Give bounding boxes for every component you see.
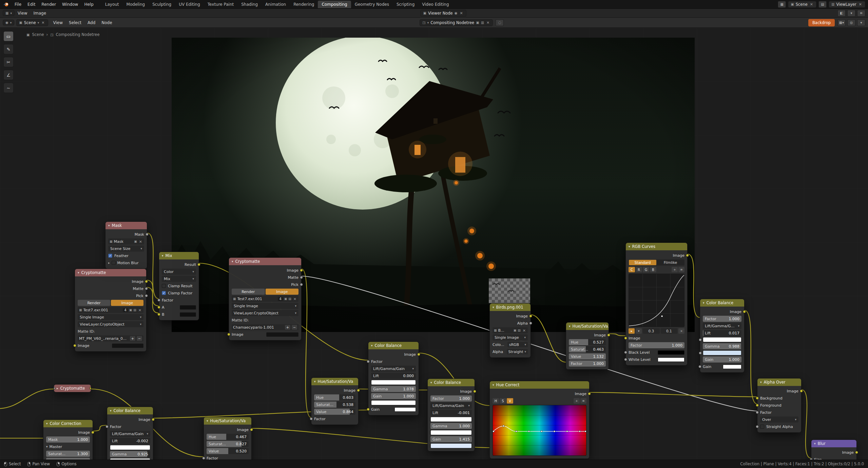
- panel-motion-blur[interactable]: ▸Motion Blur: [108, 260, 144, 266]
- collapse-icon[interactable]: ▾: [314, 380, 316, 383]
- menu-edit[interactable]: Edit: [24, 1, 38, 8]
- slider-gamma[interactable]: Gamma0.988: [703, 343, 741, 349]
- channel-c[interactable]: C: [629, 267, 635, 272]
- backdrop-image-icon[interactable]: ▦▾: [837, 19, 846, 26]
- node-hsv-1[interactable]: ▾Hue/Saturation/Va...ImageHue0.527Satura…: [566, 322, 609, 370]
- scene-browse-icon[interactable]: ▦: [778, 1, 786, 8]
- node-color-balance-right[interactable]: ▾Color BalanceImageFactor1.000Lift/Gamma…: [700, 299, 745, 373]
- color-swatch[interactable]: [180, 305, 196, 310]
- socket-value[interactable]: [624, 358, 627, 361]
- slider-saturat[interactable]: Saturat...0.827: [207, 441, 249, 447]
- node-header-mix[interactable]: ▾Mix: [159, 252, 199, 259]
- dropdown-single-image[interactable]: Single Image▾: [232, 303, 298, 309]
- socket-value[interactable]: [300, 276, 303, 279]
- shield-icon[interactable]: ▣: [514, 329, 517, 332]
- slider-lift[interactable]: Lift0.017: [703, 330, 741, 336]
- dropdown-lift-gamma-gain[interactable]: Lift/Gamma/Gain▾: [371, 366, 416, 372]
- copy-icon[interactable]: ▤: [288, 297, 291, 300]
- node-cryptomatte-3[interactable]: ▸Cryptomatte: [54, 384, 91, 392]
- dropdown-single-image[interactable]: Single Image▾: [493, 334, 528, 340]
- channel-h[interactable]: H: [493, 398, 499, 404]
- close-icon[interactable]: ×: [293, 297, 297, 301]
- tool-select-box[interactable]: ▭: [3, 31, 14, 41]
- slider-lift[interactable]: Lift0.000: [371, 373, 416, 379]
- menu-add[interactable]: Add: [84, 19, 98, 26]
- shield-icon[interactable]: ▣: [129, 308, 132, 312]
- channel-r[interactable]: R: [636, 267, 642, 272]
- node-cryptomatte-2[interactable]: ▾CryptomatteImageMattePickRenderImage▦Te…: [229, 257, 302, 340]
- node-header-cryptomatte-1[interactable]: ▾Cryptomatte: [75, 269, 146, 276]
- socket-image[interactable]: [300, 269, 303, 272]
- menu-image[interactable]: Image: [30, 10, 49, 17]
- breadcrumb-item-scene[interactable]: Scene: [32, 32, 44, 37]
- checkbox-box[interactable]: [760, 425, 764, 429]
- collapse-icon[interactable]: ▾: [207, 419, 208, 423]
- shield-icon[interactable]: ▣: [476, 21, 479, 24]
- color-swatch[interactable]: [430, 443, 472, 448]
- color-swatch[interactable]: [110, 445, 150, 450]
- collapse-icon[interactable]: ▾: [232, 260, 233, 263]
- slider-gain[interactable]: Gain1.415: [430, 436, 472, 442]
- color-swatch[interactable]: [430, 417, 472, 422]
- close-icon[interactable]: ×: [858, 2, 863, 6]
- menu-view[interactable]: View: [15, 10, 30, 17]
- checkbox-box[interactable]: [112, 261, 116, 265]
- socket-image[interactable]: [357, 389, 360, 392]
- menu-help[interactable]: Help: [81, 1, 96, 8]
- color-swatch[interactable]: [723, 365, 741, 369]
- pin-icon[interactable]: ◌: [496, 19, 504, 26]
- fake-user-icon[interactable]: ◉: [455, 11, 458, 15]
- checkbox-feather[interactable]: ✓Feather: [108, 253, 144, 259]
- socket-value[interactable]: [698, 365, 701, 368]
- collapse-icon[interactable]: ▾: [629, 245, 630, 248]
- socket-image[interactable]: [157, 306, 160, 309]
- node-hsv-2[interactable]: ▾Hue/Saturation/VaImageHue0.603Saturat..…: [311, 377, 359, 425]
- node-header-hsv-3[interactable]: ▾Hue/Saturation/Va: [204, 417, 251, 425]
- workspace-tab-compositing[interactable]: Compositing: [318, 1, 351, 8]
- socket-value[interactable]: [756, 425, 759, 428]
- viewer-datablock[interactable]: ▣ Viewer Node ◉ ×: [420, 10, 466, 17]
- socket-value[interactable]: [529, 322, 532, 325]
- slider-saturat[interactable]: Saturat...0.538: [314, 402, 355, 408]
- socket-image[interactable]: [686, 254, 689, 257]
- socket-image[interactable]: [607, 334, 610, 337]
- node-mask[interactable]: ▾MaskMask▦Mask▣×Scene Size▾✓Feather▸Moti…: [105, 221, 147, 269]
- editor-type-selector[interactable]: ◉ ▾: [3, 20, 14, 25]
- workspace-tab-video-editing[interactable]: Video Editing: [418, 1, 452, 8]
- socket-value[interactable]: [105, 425, 109, 428]
- menu-select[interactable]: Select: [66, 19, 84, 26]
- workspace-tab-layout[interactable]: Layout: [101, 1, 123, 8]
- slider-lift[interactable]: Lift-0.001: [430, 410, 472, 416]
- tool-annotate[interactable]: ✎: [3, 44, 14, 54]
- menu-node[interactable]: Node: [98, 19, 115, 26]
- menu-file[interactable]: File: [12, 1, 24, 8]
- close-icon[interactable]: ×: [459, 11, 463, 15]
- dropdown-lift-gamma-gain[interactable]: Lift/Gamma/Gain▾: [110, 431, 150, 437]
- slider-gamma[interactable]: Gamma0.925: [110, 451, 150, 457]
- tool-links-cut[interactable]: ✂: [3, 57, 14, 67]
- socket-value[interactable]: [699, 351, 702, 354]
- collapse-icon[interactable]: ▾: [493, 383, 494, 387]
- socket-value[interactable]: [367, 360, 370, 363]
- checkbox-clamp-factor[interactable]: ✓Clamp Factor: [162, 290, 196, 296]
- slider-gamma[interactable]: Gamma1.000: [430, 423, 472, 429]
- color-swatch[interactable]: [266, 332, 298, 337]
- socket-image[interactable]: [529, 315, 532, 318]
- dropdown-scene-size[interactable]: Scene Size▾: [108, 246, 144, 252]
- channel-s[interactable]: S: [500, 398, 506, 404]
- workspace-tab-geometry-nodes[interactable]: Geometry Nodes: [351, 1, 393, 8]
- checkbox-box[interactable]: [162, 284, 166, 288]
- socket-value[interactable]: [699, 338, 702, 341]
- add-button[interactable]: +: [285, 325, 290, 330]
- channels-icon[interactable]: ◧: [837, 10, 846, 17]
- copy-icon[interactable]: ▥: [481, 21, 484, 24]
- slider-gamma[interactable]: Gamma1.078: [371, 386, 416, 392]
- slider-value[interactable]: Value0.520: [207, 448, 249, 454]
- menu-window[interactable]: Window: [59, 1, 81, 8]
- node-color-balance-center[interactable]: ▾Color BalanceImageFactorLift/Gamma/Gain…: [368, 342, 419, 415]
- color-swatch[interactable]: [371, 400, 416, 405]
- workspace-tab-texture-paint[interactable]: Texture Paint: [204, 1, 237, 8]
- collapse-icon[interactable]: ▾: [760, 381, 762, 384]
- node-header-hue-correct[interactable]: ▾Hue Correct: [490, 381, 589, 389]
- socket-image[interactable]: [250, 428, 253, 431]
